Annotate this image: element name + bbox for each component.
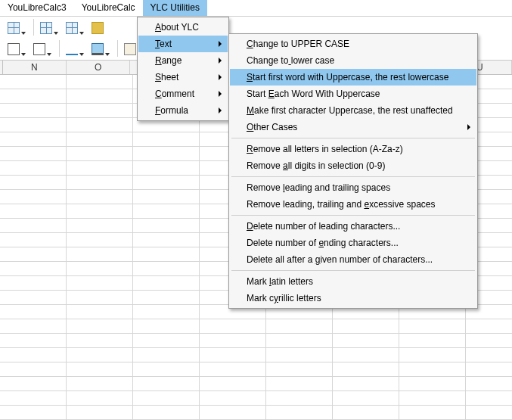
text-menu-item[interactable]: Change to UPPER CASE bbox=[230, 36, 476, 52]
borders-icon bbox=[8, 43, 20, 55]
text-submenu: Change to UPPER CASEChange to lower case… bbox=[228, 33, 478, 309]
text-menu-item[interactable]: Remove leading, trailing and excessive s… bbox=[230, 196, 476, 213]
toolbar-btn-notes[interactable] bbox=[88, 19, 107, 37]
menubar-item-youlibrecalc[interactable]: YouLibreCalc bbox=[74, 0, 143, 16]
text-menu-item[interactable]: Delete number of ending characters... bbox=[230, 235, 476, 251]
menu-separator bbox=[231, 215, 475, 216]
menubar-item-ylc-utilities[interactable]: YLC Utilities bbox=[143, 0, 207, 16]
ylc-menu-item[interactable]: About YLC bbox=[138, 19, 228, 36]
text-menu-item[interactable]: Delete all after a given number of chara… bbox=[230, 251, 476, 268]
submenu-arrow-icon bbox=[219, 58, 222, 64]
column-header[interactable]: N bbox=[3, 61, 67, 74]
submenu-arrow-icon bbox=[467, 124, 470, 130]
toolbar-btn-pivot2[interactable] bbox=[37, 19, 55, 37]
toolbar-btn-display[interactable] bbox=[88, 40, 107, 58]
toolbar-btn-pivot1[interactable] bbox=[5, 19, 23, 37]
text-menu-item[interactable]: Mark latin letters bbox=[230, 273, 476, 290]
fx-icon bbox=[124, 43, 136, 55]
menu-separator bbox=[231, 270, 475, 271]
ylc-menu-item[interactable]: Comment bbox=[138, 86, 228, 102]
toolbar-btn-pivot3[interactable] bbox=[63, 19, 81, 37]
note-icon bbox=[92, 22, 104, 34]
menubar: YouLibreCalc3 YouLibreCalc YLC Utilities bbox=[0, 0, 512, 17]
text-menu-item[interactable]: Remove leading and trailing spaces bbox=[230, 179, 476, 196]
table-icon bbox=[8, 22, 20, 34]
text-menu-item[interactable]: Remove all letters in selection (A-Za-z) bbox=[230, 141, 476, 157]
ylc-menu-item[interactable]: Text bbox=[138, 36, 228, 52]
text-menu-item[interactable]: Start Each Word With Uppercase bbox=[230, 86, 476, 102]
toolbar-btn-borders2[interactable] bbox=[30, 40, 48, 58]
column-header[interactable]: O bbox=[67, 61, 130, 74]
submenu-arrow-icon bbox=[219, 107, 222, 114]
menu-separator bbox=[231, 138, 475, 138]
ylc-menu-item[interactable]: Sheet bbox=[138, 69, 228, 86]
borders-icon bbox=[33, 43, 45, 55]
menubar-item-youlibrecalc3[interactable]: YouLibreCalc3 bbox=[0, 0, 74, 16]
submenu-arrow-icon bbox=[219, 91, 222, 97]
menu-separator bbox=[231, 176, 475, 177]
ylc-utilities-menu: About YLCTextRangeSheetCommentFormula bbox=[137, 17, 229, 121]
submenu-arrow-icon bbox=[219, 41, 222, 47]
table-icon bbox=[66, 22, 78, 34]
text-menu-item[interactable]: Mark cyrillic letters bbox=[230, 290, 476, 306]
text-menu-item[interactable]: Remove all digits in selection (0-9) bbox=[230, 157, 476, 174]
toolbar-btn-line[interactable] bbox=[63, 40, 81, 58]
text-menu-item[interactable]: Change to lower case bbox=[230, 52, 476, 69]
display-icon bbox=[92, 43, 104, 55]
toolbar-btn-borders[interactable] bbox=[5, 40, 23, 58]
ylc-menu-item[interactable]: Formula bbox=[138, 102, 228, 119]
text-menu-item[interactable]: Delete number of leading characters... bbox=[230, 218, 476, 235]
line-icon bbox=[66, 43, 78, 55]
text-menu-item[interactable]: Make first character Uppercase, the rest… bbox=[230, 102, 476, 119]
submenu-arrow-icon bbox=[219, 74, 222, 80]
table-icon bbox=[40, 22, 52, 34]
text-menu-item[interactable]: Other Cases bbox=[230, 119, 476, 135]
ylc-menu-item[interactable]: Range bbox=[138, 52, 228, 69]
text-menu-item[interactable]: Start first word with Uppercase, the res… bbox=[230, 69, 476, 86]
